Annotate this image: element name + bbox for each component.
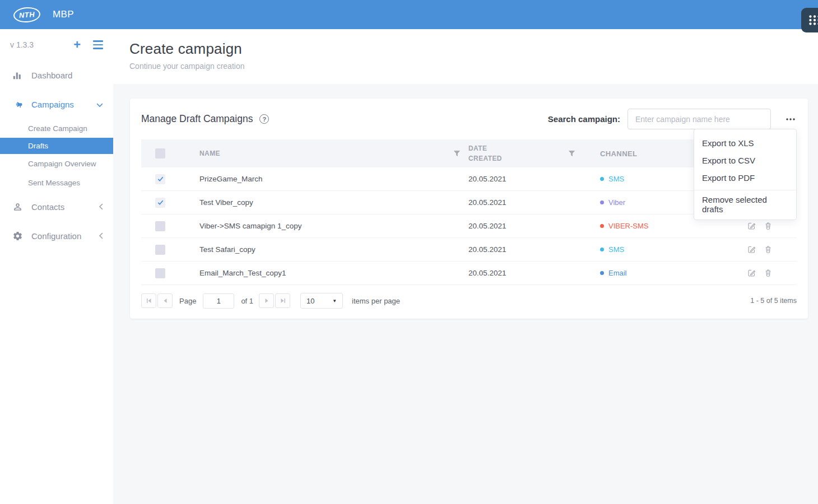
campaign-date: 20.05.2021 xyxy=(468,198,506,207)
channel-dot xyxy=(600,248,604,251)
channel-label: VIBER-SMS xyxy=(608,222,649,230)
items-per-page-value: 10 xyxy=(306,297,314,305)
delete-icon[interactable] xyxy=(764,245,773,254)
sidebar-item-label: Campaigns xyxy=(31,100,96,109)
main-content: Create campaign Continue your campaign c… xyxy=(113,29,818,504)
menu-item-export-pdf[interactable]: Export to PDF xyxy=(694,169,796,186)
megaphone-icon xyxy=(11,99,24,110)
ellipsis-icon xyxy=(786,118,796,121)
campaign-name: Test Safari_copy xyxy=(199,245,255,254)
gear-icon xyxy=(11,231,24,241)
page-number-input[interactable] xyxy=(203,293,234,309)
campaign-name: Viber->SMS camapign 1_copy xyxy=(199,222,301,230)
items-range-label: 1 - 5 of 5 items xyxy=(406,297,797,305)
channel-label: Email xyxy=(608,269,627,277)
menu-item-export-csv[interactable]: Export to CSV xyxy=(694,152,796,169)
chevron-left-icon xyxy=(99,231,103,241)
first-page-button[interactable] xyxy=(141,293,156,308)
campaign-channel: SMS xyxy=(583,245,735,254)
channel-dot xyxy=(600,177,604,181)
apps-grid-button[interactable] xyxy=(801,8,818,32)
edit-icon[interactable] xyxy=(747,245,756,254)
campaign-date: 20.05.2021 xyxy=(468,222,506,230)
campaign-name: PrizeGame_March xyxy=(199,175,263,183)
sidebar-item-contacts[interactable]: Contacts xyxy=(0,192,113,221)
row-checkbox[interactable] xyxy=(155,268,165,278)
search-input[interactable] xyxy=(628,109,771,129)
delete-icon[interactable] xyxy=(764,268,773,278)
channel-dot xyxy=(600,224,604,228)
sidebar-item-label: Dashboard xyxy=(31,71,103,80)
export-menu: Export to XLS Export to CSV Export to PD… xyxy=(694,129,797,220)
sidebar-item-configuration[interactable]: Configuration xyxy=(0,221,113,250)
channel-dot xyxy=(600,200,604,204)
column-header-date: DATE CREATED xyxy=(468,143,508,164)
campaign-date: 20.05.2021 xyxy=(468,245,506,254)
campaign-channel: VIBER-SMS xyxy=(583,222,735,230)
items-per-page-select[interactable]: 10 ▼ xyxy=(300,293,343,309)
chevron-down-icon xyxy=(96,100,103,109)
column-header-name: NAME xyxy=(199,150,220,157)
campaign-date: 20.05.2021 xyxy=(468,175,506,183)
channel-label: SMS xyxy=(608,245,624,254)
sidebar-item-dashboard[interactable]: Dashboard xyxy=(0,60,113,90)
row-checkbox[interactable] xyxy=(155,245,165,255)
prev-page-button[interactable] xyxy=(157,293,173,308)
chevron-down-icon: ▼ xyxy=(332,298,337,304)
sidebar-item-label: Configuration xyxy=(31,231,99,241)
menu-divider xyxy=(694,190,796,190)
nth-logo: NTH xyxy=(13,6,41,23)
campaign-name: Test Viber_copy xyxy=(199,198,253,207)
help-icon[interactable]: ? xyxy=(259,114,269,124)
items-per-page-label: items per page xyxy=(352,297,400,305)
row-checkbox[interactable] xyxy=(155,174,165,184)
bar-chart-icon xyxy=(11,70,24,80)
sidebar-item-sent-messages[interactable]: Sent Messages xyxy=(0,173,113,192)
delete-icon[interactable] xyxy=(764,221,773,231)
last-page-button[interactable] xyxy=(275,293,290,308)
sidebar-item-create-campaign[interactable]: Create Campaign xyxy=(0,119,113,138)
sidebar-item-campaigns[interactable]: Campaigns xyxy=(0,90,113,119)
pagination: Page of 1 10 ▼ items per page 1 - 5 of 5… xyxy=(130,285,808,319)
card-title: Manage Draft Campaigns xyxy=(141,113,253,125)
app-name: MBP xyxy=(53,9,74,20)
channel-label: SMS xyxy=(608,175,624,183)
chevron-left-icon xyxy=(99,202,103,212)
menu-item-export-xls[interactable]: Export to XLS xyxy=(694,134,796,152)
campaign-name: Email_March_Test_copy1 xyxy=(199,269,286,277)
row-checkbox[interactable] xyxy=(155,198,165,208)
version-label: v 1.3.3 xyxy=(10,40,73,49)
select-all-checkbox[interactable] xyxy=(155,148,165,158)
topbar: NTH MBP xyxy=(0,0,818,29)
page-title: Create campaign xyxy=(129,40,818,58)
page-header: Create campaign Continue your campaign c… xyxy=(113,29,818,84)
sidebar-nav: Dashboard Campaigns Create Campaign Draf… xyxy=(0,60,113,250)
page-of-label: of 1 xyxy=(241,297,253,305)
sidebar-item-label: Contacts xyxy=(31,202,99,212)
sidebar-item-drafts[interactable]: Drafts xyxy=(0,138,113,154)
edit-icon[interactable] xyxy=(747,221,756,231)
next-page-button[interactable] xyxy=(259,293,274,308)
campaign-channel: Email xyxy=(583,269,735,277)
add-icon[interactable]: + xyxy=(73,39,81,51)
grid-dots-icon xyxy=(807,13,818,27)
sidebar: v 1.3.3 + Dashboard Campaigns C xyxy=(0,29,113,504)
page-label: Page xyxy=(179,297,196,305)
row-checkbox[interactable] xyxy=(155,221,165,231)
campaign-date: 20.05.2021 xyxy=(468,269,506,277)
filter-icon[interactable] xyxy=(568,150,575,157)
more-options-button[interactable] xyxy=(784,115,797,123)
campaigns-submenu: Create Campaign Drafts Campaign Overview… xyxy=(0,119,113,192)
table-row: Email_March_Test_copy1 20.05.2021 Email xyxy=(141,262,797,285)
menu-icon[interactable] xyxy=(93,40,103,49)
menu-item-remove-selected-drafts[interactable]: Remove selected drafts xyxy=(694,195,796,213)
sidebar-item-campaign-overview[interactable]: Campaign Overview xyxy=(0,154,113,173)
edit-icon[interactable] xyxy=(747,268,756,278)
page-subtitle: Continue your campaign creation xyxy=(129,62,818,71)
channel-dot xyxy=(600,271,604,275)
search-label: Search campaign: xyxy=(548,114,620,124)
table-row: Test Safari_copy 20.05.2021 SMS xyxy=(141,238,797,262)
person-icon xyxy=(11,202,24,212)
channel-label: Viber xyxy=(608,198,625,207)
filter-icon[interactable] xyxy=(453,150,461,157)
